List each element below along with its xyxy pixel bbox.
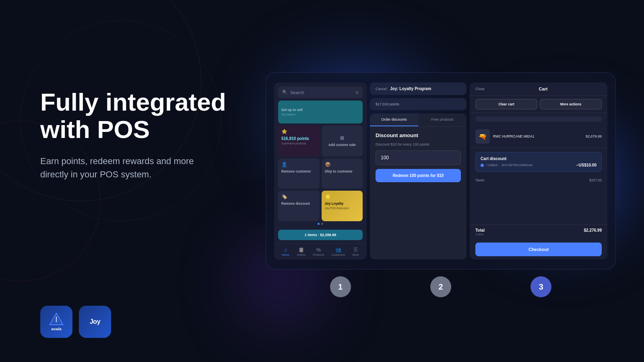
taxes-value: $207.00 bbox=[589, 178, 602, 182]
heading-line2: with POS bbox=[40, 115, 150, 143]
pos-tile-remove-customer[interactable]: 👤 Remove customer bbox=[278, 158, 320, 189]
pos-tile-remove-discount[interactable]: 🏷️ Remove discount bbox=[278, 191, 320, 221]
pos-nav-more[interactable]: ☰ More bbox=[353, 247, 359, 256]
panel-cart: Close Cart Clear cart More actions 🔫 RWC… bbox=[470, 82, 607, 259]
add-custom-label: Add custom sale bbox=[328, 143, 356, 147]
clear-cart-button[interactable]: Clear cart bbox=[475, 99, 537, 109]
heading-line1: Fully integrated bbox=[40, 88, 226, 116]
pos-search-text: Search bbox=[290, 90, 353, 95]
tab-order-discounts[interactable]: Order discounts bbox=[370, 113, 418, 126]
total-sub: 1 item bbox=[475, 232, 485, 236]
pos-tile-add-custom[interactable]: ⊞ Add custom sale bbox=[322, 125, 363, 156]
joy-logo-box: Joy bbox=[79, 306, 111, 338]
remove-discount-icon: 🏷️ bbox=[281, 194, 316, 200]
showcase-container: 🔍 Search ⊞ Set up to sell Get started ⭐ … bbox=[266, 72, 616, 269]
discount-desc: Discount $10 for every 100 points bbox=[376, 142, 461, 146]
dot-2 bbox=[321, 223, 323, 225]
discount-program-title: Joy: Loyalty Program bbox=[390, 86, 431, 91]
discount-header: Cancel Joy: Loyalty Program bbox=[370, 82, 466, 95]
pos-bottom-bar[interactable]: 1 items · $2,286.89 bbox=[278, 230, 363, 240]
cart-product-price: $2,079.99 bbox=[586, 134, 602, 138]
step-1-indicator: 1 bbox=[330, 276, 351, 297]
discount-label: −US$10 · bbox=[486, 163, 500, 167]
pos-nav-products[interactable]: 🛍 Products bbox=[313, 247, 324, 256]
pos-tile-points[interactable]: ⭐ 516,910 points 3 premium products bbox=[278, 125, 320, 156]
pos-tile-ship[interactable]: 📦 Ship to customer bbox=[322, 158, 363, 189]
pos-grid: Set up to sell Get started ⭐ 516,910 poi… bbox=[274, 101, 367, 221]
search-icon: 🔍 bbox=[282, 90, 288, 95]
pos-nav-orders[interactable]: 📋 Orders bbox=[297, 247, 305, 256]
cart-spacer bbox=[470, 185, 607, 224]
joy-tile-label: Joy Loyalty bbox=[325, 202, 360, 206]
cart-product-name: RWC HURRICANE M82A1 bbox=[493, 134, 582, 138]
products-icon: 🛍 bbox=[316, 247, 321, 253]
setup-label: Set up to sell bbox=[281, 108, 359, 112]
ship-label: Ship to customer bbox=[325, 169, 360, 173]
avada-logo-icon bbox=[49, 313, 64, 325]
ship-icon: 📦 bbox=[325, 162, 360, 167]
redeem-button[interactable]: Redeem 100 points for $10 bbox=[376, 169, 461, 182]
tab-free-products[interactable]: Free products bbox=[418, 113, 466, 126]
pos-tile-joy[interactable]: ⭐ Joy Loyalty Joy POS Extension bbox=[322, 191, 363, 221]
points-sub: 3 premium products bbox=[281, 142, 316, 145]
cart-action-buttons: Clear cart More actions bbox=[470, 96, 607, 113]
pos-search-icon2: ⊞ bbox=[355, 90, 359, 95]
cart-product-image: 🔫 bbox=[475, 129, 490, 144]
cart-discount-detail: −US$10 · JOY-5ZT9X13SRG4X −US$10.00 bbox=[481, 163, 597, 167]
cart-header: Close Cart bbox=[470, 82, 607, 96]
bottom-logos: avada Joy bbox=[40, 306, 111, 338]
discount-modal: Order discounts Free products Discount a… bbox=[370, 113, 466, 259]
pos-search-bar[interactable]: 🔍 Search ⊞ bbox=[278, 86, 363, 98]
cart-total-row: Total 1 item $2,276.99 bbox=[470, 224, 607, 239]
discount-points-bar: $17,010 points bbox=[370, 98, 466, 110]
pos-tile-setup[interactable]: Set up to sell Get started bbox=[278, 101, 363, 123]
close-button[interactable]: Close bbox=[475, 87, 485, 91]
joy-label: Joy bbox=[90, 318, 100, 325]
joy-tile-icon: ⭐ bbox=[325, 194, 360, 200]
pos-nav-customers[interactable]: 👥 Customers bbox=[331, 247, 345, 256]
cancel-button[interactable]: Cancel bbox=[376, 87, 387, 91]
cart-title: Cart bbox=[539, 86, 548, 91]
main-heading: Fully integrated with POS bbox=[40, 88, 250, 143]
cart-product-row: 🔫 RWC HURRICANE M82A1 $2,079.99 bbox=[475, 129, 602, 144]
points-input[interactable]: 100 bbox=[376, 150, 461, 165]
points-icon: ⭐ bbox=[281, 129, 316, 134]
more-icon: ☰ bbox=[353, 247, 358, 253]
joy-tile-sub: Joy POS Extension bbox=[325, 207, 360, 210]
discount-code: JOY-5ZT9X13SRG4X bbox=[502, 163, 533, 167]
sub-description: Earn points, redeem rewards and more dir… bbox=[40, 154, 250, 181]
pos-nav-home[interactable]: ⌂ Home bbox=[282, 247, 289, 256]
more-actions-button[interactable]: More actions bbox=[540, 99, 602, 109]
pos-dot-indicator bbox=[274, 221, 367, 226]
discount-tabs: Order discounts Free products bbox=[370, 113, 466, 127]
step-indicators: 1 2 3 bbox=[266, 276, 615, 297]
avada-logo-box: avada bbox=[40, 306, 72, 338]
points-info: $17,010 points bbox=[376, 102, 399, 106]
remove-customer-label: Remove customer bbox=[281, 169, 316, 173]
step-2-indicator: 2 bbox=[430, 276, 451, 297]
checkout-button[interactable]: Checkout bbox=[475, 243, 602, 256]
cart-product-info: RWC HURRICANE M82A1 bbox=[493, 134, 582, 138]
customers-icon: 👥 bbox=[335, 247, 341, 253]
cart-discount-section: Cart discount −US$10 · JOY-5ZT9X13SRG4X … bbox=[475, 152, 602, 172]
remove-customer-icon: 👤 bbox=[281, 162, 316, 167]
left-content-area: Fully integrated with POS Earn points, r… bbox=[40, 88, 250, 181]
orders-icon: 📋 bbox=[298, 247, 304, 253]
cart-image-placeholder bbox=[475, 116, 602, 122]
discount-amount: −US$10.00 bbox=[576, 163, 597, 167]
panel-discount: Cancel Joy: Loyalty Program $17,010 poin… bbox=[370, 82, 466, 259]
discount-body: Discount amount Discount $10 for every 1… bbox=[370, 127, 466, 259]
total-value: $2,276.99 bbox=[584, 228, 602, 236]
discount-dot bbox=[481, 164, 484, 167]
discount-amount-label: Discount amount bbox=[376, 132, 461, 138]
panel-pos: 🔍 Search ⊞ Set up to sell Get started ⭐ … bbox=[274, 82, 367, 259]
pos-nav: ⌂ Home 📋 Orders 🛍 Products 👥 Customers ☰… bbox=[274, 243, 367, 259]
taxes-label: Taxes bbox=[475, 178, 484, 182]
remove-discount-label: Remove discount bbox=[281, 202, 316, 206]
avada-label: avada bbox=[51, 327, 62, 331]
total-label: Total bbox=[475, 228, 485, 232]
cart-discount-title: Cart discount bbox=[481, 156, 597, 161]
home-icon: ⌂ bbox=[284, 247, 287, 253]
cart-taxes-row: Taxes $207.00 bbox=[470, 176, 607, 185]
step-3-indicator: 3 bbox=[530, 276, 551, 297]
